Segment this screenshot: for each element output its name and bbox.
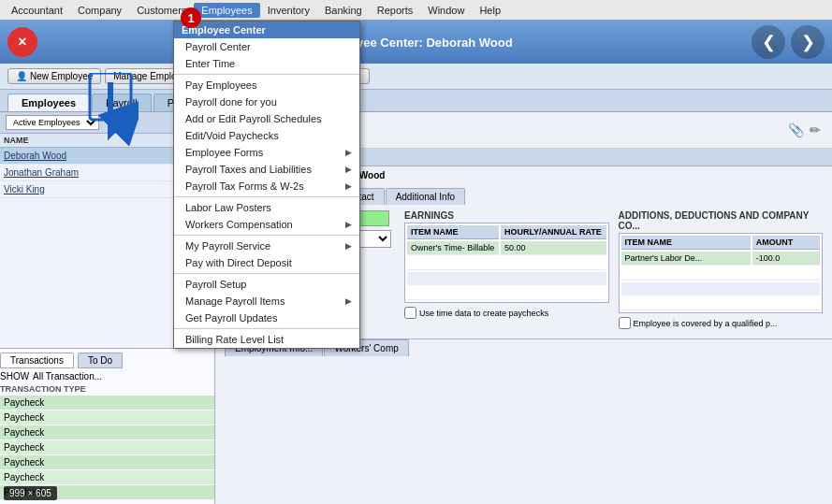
list-item[interactable]: Paycheck <box>0 396 214 410</box>
toolbar: 👤 New Employee Manage Employee Time ▼ Ex… <box>0 64 832 90</box>
menu-item-payroll-setup[interactable]: Payroll Setup <box>174 276 359 293</box>
menu-divider <box>174 74 359 75</box>
submenu-arrow: ▶ <box>345 165 352 174</box>
list-item[interactable]: Paycheck <box>0 425 214 439</box>
qualified-label[interactable]: Employee is covered by a qualified p... <box>619 317 823 329</box>
employee-filter-select[interactable]: Active Employees <box>6 115 99 130</box>
menu-item-manage-payroll[interactable]: Manage Payroll Items ▶ <box>174 293 359 310</box>
transactions-area: Transactions To Do SHOW All Transaction.… <box>0 348 214 504</box>
menu-item-pay-employees[interactable]: Pay Employees <box>174 77 359 94</box>
menu-inventory[interactable]: Inventory <box>260 3 317 18</box>
column-name-header: NAME <box>0 134 177 147</box>
show-value: All Transaction... <box>33 371 102 382</box>
time-data-checkbox-row: Use time data to create paychecks <box>404 307 608 319</box>
menu-company[interactable]: Company <box>70 3 129 18</box>
menu-item-payroll-done[interactable]: Payroll done for you <box>174 94 359 110</box>
new-employee-icon: 👤 <box>16 71 27 81</box>
submenu-arrow: ▶ <box>345 148 352 157</box>
menu-item-payroll-forms[interactable]: Payroll Tax Forms & W-2s ▶ <box>174 178 359 194</box>
table-row <box>621 267 820 281</box>
earnings-col-item: ITEM NAME <box>407 225 499 239</box>
close-button[interactable]: × <box>7 27 37 57</box>
tab-todo[interactable]: To Do <box>78 353 123 368</box>
time-data-checkbox[interactable] <box>404 307 416 319</box>
menu-item-pay-direct-deposit[interactable]: Pay with Direct Deposit <box>174 254 359 271</box>
tab-row: Employees Payroll Pay <box>0 90 832 112</box>
menu-employees[interactable]: Employees <box>194 3 259 18</box>
menu-customers[interactable]: Customers <box>129 3 194 18</box>
qualified-checkbox[interactable] <box>619 317 631 329</box>
menu-divider <box>174 273 359 274</box>
transaction-filter: SHOW All Transaction... <box>0 371 214 382</box>
list-item[interactable]: Paycheck <box>0 410 214 425</box>
table-row[interactable]: Partner's Labor De... -100.0 <box>621 252 820 266</box>
topbar: × Employee Center: Deborah Wood ❮ ❯ <box>0 21 832 64</box>
list-item[interactable]: Paycheck <box>0 470 214 484</box>
submenu-arrow: ▶ <box>345 220 352 229</box>
menu-item-get-payroll-updates[interactable]: Get Payroll Updates <box>174 310 359 326</box>
tab-employees[interactable]: Employees <box>7 94 90 111</box>
tab-transactions[interactable]: Transactions <box>0 353 74 368</box>
menu-item-add-edit-schedules[interactable]: Add or Edit Payroll Schedules <box>174 110 359 127</box>
additions-section: ADDITIONS, DEDUCTIONS AND COMPANY CO... … <box>619 210 823 329</box>
menu-item-workers-comp[interactable]: Workers Compensation ▶ <box>174 216 359 233</box>
menu-item-payroll-center[interactable]: Payroll Center <box>174 38 359 55</box>
menu-window[interactable]: Window <box>420 3 472 18</box>
submenu-arrow: ▶ <box>345 181 352 191</box>
menu-item-labor-law[interactable]: Labor Law Posters <box>174 199 359 216</box>
list-item[interactable]: Paycheck <box>0 440 214 454</box>
menu-banking[interactable]: Banking <box>317 3 370 18</box>
earnings-item-name: Owner's Time- Billable <box>407 241 499 255</box>
earnings-col-rate: HOURLY/ANNUAL RATE <box>501 225 606 239</box>
back-arrow[interactable]: ❮ <box>752 25 785 59</box>
earnings-table: ITEM NAME HOURLY/ANNUAL RATE Owner's Tim… <box>404 223 608 303</box>
tab-additional[interactable]: Additional Info <box>386 188 465 205</box>
menubar: Accountant Company Customers Employees I… <box>0 0 832 21</box>
menu-item-enter-time[interactable]: Enter Time <box>174 55 359 72</box>
menu-accountant[interactable]: Accountant <box>4 3 70 18</box>
menu-item-employee-forms[interactable]: Employee Forms ▶ <box>174 144 359 161</box>
submenu-arrow: ▶ <box>345 296 352 306</box>
main-area: Active Employees NAME ATT Deborah Wood J… <box>0 112 832 504</box>
time-data-label[interactable]: Use time data to create paychecks <box>404 307 608 319</box>
new-employee-label: New Employee <box>30 71 93 81</box>
employee-name: Vicki King <box>4 184 45 194</box>
menu-item-billing-rate[interactable]: Billing Rate Level List <box>174 331 359 348</box>
employees-dropdown-menu: Employee Center Payroll Center Enter Tim… <box>173 21 360 349</box>
show-label: SHOW <box>0 371 29 382</box>
additions-item-amount: -100.0 <box>752 252 820 266</box>
transaction-tabs: Transactions To Do <box>0 353 214 368</box>
attachment-icon[interactable]: 📎 <box>788 122 804 137</box>
forward-arrow[interactable]: ❯ <box>791 25 825 59</box>
additions-col-item: ITEM NAME <box>621 236 751 250</box>
tab-payroll[interactable]: Payroll <box>92 94 152 111</box>
table-row <box>621 282 820 295</box>
transaction-type-header: TRANSACTION TYPE <box>0 384 214 394</box>
additions-title: ADDITIONS, DEDUCTIONS AND COMPANY CO... <box>619 210 823 231</box>
menu-reports[interactable]: Reports <box>370 3 421 18</box>
new-employee-button[interactable]: 👤 New Employee <box>7 68 101 84</box>
table-row[interactable]: Owner's Time- Billable 50.00 <box>407 241 606 255</box>
earnings-item-rate: 50.00 <box>501 241 606 255</box>
employee-name: Jonathan Graham <box>4 167 79 178</box>
menu-item-payroll-taxes[interactable]: Payroll Taxes and Liabilities ▶ <box>174 161 359 178</box>
menu-help[interactable]: Help <box>472 3 508 18</box>
menu-divider <box>174 235 359 236</box>
menu-divider <box>174 328 359 329</box>
list-item[interactable]: Paycheck <box>0 455 214 469</box>
table-row <box>621 297 820 310</box>
qualified-checkbox-row: Employee is covered by a qualified p... <box>619 317 823 329</box>
edit-icon[interactable]: ✏ <box>810 122 821 137</box>
table-row <box>407 287 606 300</box>
additions-item-name: Partner's Labor De... <box>621 252 751 266</box>
table-row <box>407 272 606 285</box>
dropdown-header[interactable]: Employee Center <box>174 22 359 38</box>
earnings-section: EARNINGS ITEM NAME HOURLY/ANNUAL RATE Ow… <box>404 210 608 329</box>
employee-name: Deborah Wood <box>4 151 66 161</box>
additions-col-amount: AMOUNT <box>752 236 820 250</box>
list-item[interactable]: Paycheck <box>0 485 214 499</box>
menu-item-my-payroll-service[interactable]: My Payroll Service ▶ <box>174 238 359 254</box>
additions-table: ITEM NAME AMOUNT Partner's Labor De... -… <box>619 233 823 313</box>
menu-item-edit-void[interactable]: Edit/Void Paychecks <box>174 127 359 144</box>
table-row <box>407 257 606 270</box>
